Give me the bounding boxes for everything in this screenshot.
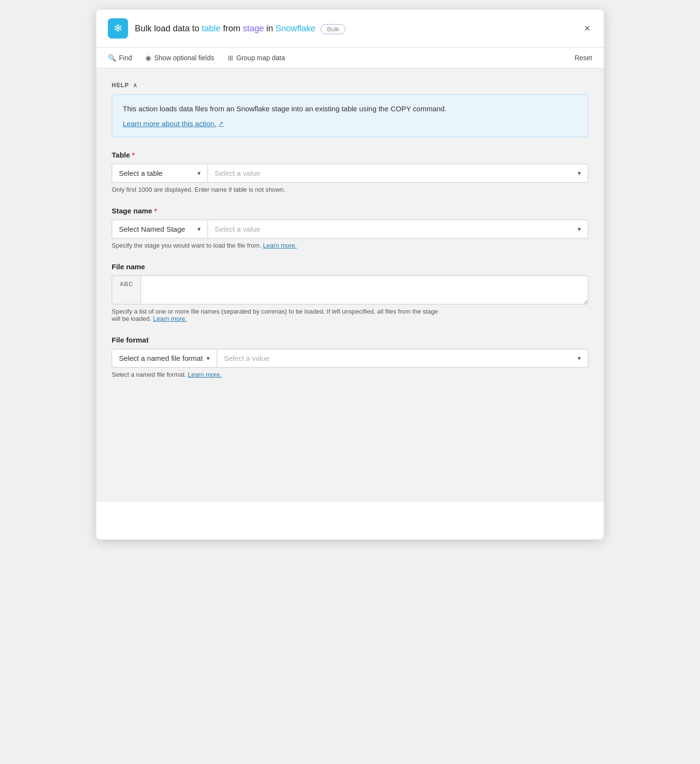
group-map-label: Group map data [236,54,285,62]
file-name-field-row: ABC [112,276,588,304]
modal-header-left: ❄ Bulk load data to table from stage in … [108,18,346,39]
stage-label-text: Stage name [112,207,152,215]
file-name-input[interactable] [141,276,588,304]
eye-icon: ◉ [145,54,151,62]
grid-icon: ⊞ [228,54,233,62]
title-stage: stage [243,24,264,33]
stage-left-dropdown-arrow: ▾ [197,225,201,233]
stage-right-placeholder: Select a value [215,225,260,233]
table-field-section: Table * Select a table ▾ Select a value … [112,151,588,193]
title-table: table [202,24,220,33]
bulk-badge: Bulk [321,24,345,34]
stage-field-hint: Specify the stage you would want to load… [112,242,588,249]
file-name-hint: Specify a list of one or more file names… [112,308,588,322]
table-left-dropdown-arrow: ▾ [197,170,201,177]
show-optional-label: Show optional fields [154,54,214,62]
help-description: This action loads data files from an Sno… [123,104,577,115]
find-label: Find [119,54,132,62]
modal-title: Bulk load data to table from stage in Sn… [135,24,346,34]
stage-hint-text: Specify the stage you would want to load… [112,242,261,249]
file-name-field-section: File name ABC Specify a list of one or m… [112,263,588,322]
title-in: in [264,24,275,33]
external-link-icon: ↗ [218,120,223,127]
modal-header: ❄ Bulk load data to table from stage in … [96,10,604,48]
file-name-hint-text: Specify a list of one or more file names… [112,308,438,315]
stage-required-star: * [154,207,157,215]
modal-container: ❄ Bulk load data to table from stage in … [96,10,604,540]
help-section: HELP ∧ This action loads data files from… [112,82,588,137]
title-prefix: Bulk load data to [135,24,202,33]
stage-right-dropdown-arrow: ▾ [578,225,581,233]
stage-name-field-label: Stage name * [112,207,588,215]
file-format-right-dropdown-arrow: ▾ [578,355,581,362]
title-from: from [220,24,243,33]
find-button[interactable]: 🔍 Find [108,54,132,62]
file-format-hint-text: Select a named file format. [112,371,186,378]
stage-select-left[interactable]: Select Named Stage ▾ [112,220,208,238]
table-required-star: * [132,151,135,159]
content-area: HELP ∧ This action loads data files from… [96,68,604,502]
file-name-label-text: File name [112,263,145,271]
file-format-field-row: Select a named file format ▾ Select a va… [112,349,588,368]
table-hint-text: Only first 1000 are displayed. Enter nam… [112,186,285,193]
snowflake-app-icon: ❄ [108,18,128,39]
table-field-row: Select a table ▾ Select a value ▾ [112,164,588,183]
help-section-label: HELP ∧ [112,82,588,89]
file-name-hint-line2: will be loaded. [112,315,151,322]
group-map-button[interactable]: ⊞ Group map data [228,54,285,62]
help-box: This action loads data files from an Sno… [112,94,588,137]
table-right-placeholder: Select a value [215,169,260,177]
table-select-right[interactable]: Select a value ▾ [208,164,588,183]
table-field-label: Table * [112,151,588,159]
stage-name-field-section: Stage name * Select Named Stage ▾ Select… [112,207,588,249]
file-format-learn-more-link[interactable]: Learn more. [188,371,221,378]
stage-left-placeholder: Select Named Stage [119,225,185,233]
search-icon: 🔍 [108,54,116,62]
table-select-left[interactable]: Select a table ▾ [112,164,208,183]
table-field-hint: Only first 1000 are displayed. Enter nam… [112,186,588,193]
file-format-left-dropdown-arrow: ▾ [207,355,210,362]
file-name-type-badge: ABC [112,276,141,304]
file-format-right-placeholder: Select a value [224,354,269,362]
stage-field-row: Select Named Stage ▾ Select a value ▾ [112,220,588,238]
file-name-field-label: File name [112,263,588,271]
file-format-field-label: File format [112,336,588,344]
file-format-field-section: File format Select a named file format ▾… [112,336,588,378]
file-format-left-placeholder: Select a named file format [119,354,203,362]
toolbar: 🔍 Find ◉ Show optional fields ⊞ Group ma… [96,48,604,68]
file-format-label-text: File format [112,336,149,344]
file-name-learn-more-link[interactable]: Learn more. [153,315,187,322]
table-left-placeholder: Select a table [119,169,163,177]
help-label-text: HELP [112,82,129,89]
stage-learn-more-link[interactable]: Learn more. [263,242,297,249]
learn-more-label: Learn more about this action. [123,119,216,128]
table-label-text: Table [112,151,130,159]
file-format-select-left[interactable]: Select a named file format ▾ [112,349,217,368]
chevron-up-icon[interactable]: ∧ [133,82,138,89]
stage-select-right[interactable]: Select a value ▾ [208,220,588,238]
toolbar-right: Reset [574,53,592,62]
file-format-hint: Select a named file format. Learn more. [112,371,588,378]
learn-more-link[interactable]: Learn more about this action. ↗ [123,119,223,128]
show-optional-fields-button[interactable]: ◉ Show optional fields [145,54,214,62]
file-format-select-right[interactable]: Select a value ▾ [217,349,588,368]
title-snowflake: Snowflake [275,24,315,33]
table-right-dropdown-arrow: ▾ [578,170,581,177]
reset-button[interactable]: Reset [574,54,592,62]
close-button[interactable]: × [582,20,592,37]
